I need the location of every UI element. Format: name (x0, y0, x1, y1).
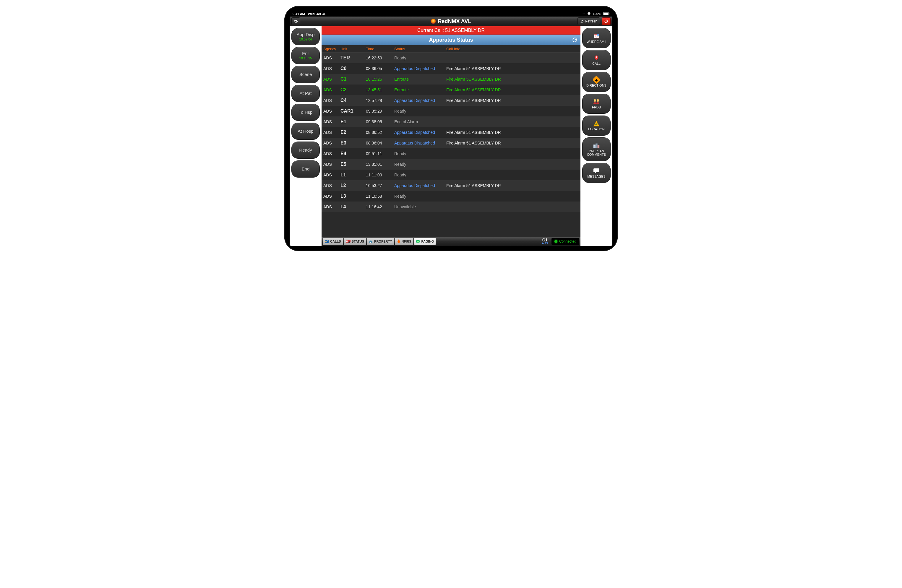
power-button[interactable] (602, 17, 611, 25)
cell-callinfo: Fire Alarm 51 ASSEMBLY DR (446, 98, 579, 103)
cell-status: Ready (394, 162, 446, 167)
cell-agency: ADS (323, 141, 340, 145)
cell-status: Apparatus Dispatched (394, 183, 446, 188)
table-body[interactable]: ADSTER16:22:50ReadyADSC008:36:05Apparatu… (321, 53, 581, 237)
action-button-label: DIRECTIONS (586, 84, 606, 88)
cell-unit: E4 (340, 151, 366, 156)
status-button-scene[interactable]: Scene (291, 66, 320, 83)
cell-time: 11:10:58 (366, 194, 394, 199)
action-button-frds[interactable]: FRDS (582, 94, 611, 114)
action-button-location[interactable]: 911LOCATION (582, 116, 611, 136)
table-row[interactable]: ADSC008:36:05Apparatus DispatchedFire Al… (321, 63, 581, 74)
table-row[interactable]: ADSL311:10:58Ready (321, 191, 581, 202)
cell-agency: ADS (323, 162, 340, 167)
table-row[interactable]: ADSE109:38:05End of Alarm (321, 116, 581, 127)
apparatus-table: Agency Unit Time Status Call Info ADSTER… (321, 45, 581, 237)
paging-tab-icon (416, 239, 420, 243)
cell-unit: C2 (340, 87, 366, 92)
action-button-label: FRDS (592, 106, 601, 109)
cell-unit: E2 (340, 130, 366, 135)
action-button-call[interactable]: CALL (582, 50, 611, 70)
nfirs-tab-icon (397, 239, 401, 244)
power-icon (604, 19, 608, 23)
table-row[interactable]: ADSTER16:22:50Ready (321, 53, 581, 63)
table-row[interactable]: ADSL210:53:27Apparatus DispatchedFire Al… (321, 180, 581, 191)
tab-status[interactable]: STATUS (344, 238, 366, 245)
svg-rect-27 (596, 144, 597, 145)
cell-agency: ADS (323, 98, 340, 103)
table-row[interactable]: ADSE208:36:52Apparatus DispatchedFire Al… (321, 127, 581, 138)
svg-rect-2 (603, 13, 608, 15)
tab-property[interactable]: PROPERTY (367, 238, 394, 245)
action-button-messages[interactable]: MESSAGES (582, 163, 611, 183)
panel-header: Apparatus Status (321, 34, 581, 45)
table-row[interactable]: ADSCAR109:35:29Ready (321, 106, 581, 116)
cell-unit: L2 (340, 183, 366, 188)
preplan-comments-icon (593, 142, 600, 149)
svg-point-0 (589, 15, 589, 16)
refresh-button[interactable]: Refresh (578, 17, 600, 25)
battery-percent: 100% (593, 12, 601, 16)
cell-agency: ADS (323, 194, 340, 199)
status-button-ready[interactable]: Ready (291, 142, 320, 159)
status-button-app-disp[interactable]: App Disp10:02:04 (291, 28, 320, 45)
status-button-at-hosp[interactable]: At Hosp (291, 123, 320, 140)
status-button-label: At Hosp (298, 129, 313, 134)
status-button-to-hsp[interactable]: To Hsp (291, 104, 320, 121)
svg-rect-28 (597, 144, 597, 145)
action-button-directions[interactable]: DIRECTIONS (582, 72, 611, 92)
status-button-enr[interactable]: Enr10:15:25 (291, 47, 320, 64)
clock: 9:41 AM (293, 12, 305, 16)
cell-time: 08:36:52 (366, 130, 394, 135)
cell-status: Enroute (394, 77, 446, 81)
action-button-label: CALL (592, 62, 601, 66)
settings-button[interactable] (291, 17, 300, 25)
cell-status: Enroute (394, 88, 446, 92)
status-button-time: 10:02:04 (299, 38, 312, 41)
table-row[interactable]: ADSC110:15:25EnrouteFire Alarm 51 ASSEMB… (321, 74, 581, 84)
cell-status: Ready (394, 194, 446, 199)
right-action-buttons: WHERE AM ICALLDIRECTIONSFRDS911LOCATIONP… (581, 26, 612, 246)
cell-agency: ADS (323, 205, 340, 209)
panel-title: Apparatus Status (429, 37, 473, 43)
svg-rect-11 (370, 242, 371, 243)
table-row[interactable]: ADSL411:16:42Unavailable (321, 202, 581, 212)
svg-rect-22 (594, 145, 595, 148)
tab-nfirs[interactable]: NFIRS (395, 238, 413, 245)
action-button-where-am-i[interactable]: WHERE AM I (582, 28, 611, 48)
cell-time: 11:16:42 (366, 205, 394, 209)
panel-refresh-icon[interactable] (572, 37, 578, 42)
bottom-bar: CALLSSTATUSPROPERTYNFIRSPAGING C1 ADS Co… (321, 237, 581, 246)
cell-time: 13:45:51 (366, 88, 394, 92)
cell-time: 08:36:04 (366, 141, 394, 145)
calls-tab-icon (325, 239, 329, 243)
refresh-icon (580, 19, 584, 23)
status-button-time: 10:15:25 (299, 56, 312, 60)
table-row[interactable]: ADSC412:57:28Apparatus DispatchedFire Al… (321, 95, 581, 106)
tab-calls[interactable]: CALLS (323, 238, 343, 245)
status-button-label: At Pat (300, 91, 312, 96)
table-row[interactable]: ADSE513:35:01Ready (321, 159, 581, 170)
cell-time: 11:11:00 (366, 172, 394, 177)
tab-paging[interactable]: PAGING (414, 238, 436, 245)
table-row[interactable]: ADSE308:36:04Apparatus DispatchedFire Al… (321, 138, 581, 149)
current-unit: C1 (542, 238, 548, 242)
cell-agency: ADS (323, 66, 340, 71)
status-button-end[interactable]: End (291, 160, 320, 178)
frds-icon (593, 98, 600, 105)
messages-icon (593, 167, 600, 174)
svg-point-20 (597, 99, 599, 102)
battery-icon (603, 13, 609, 16)
table-row[interactable]: ADSE409:51:11Ready (321, 149, 581, 159)
cell-unit: L4 (340, 204, 366, 210)
connection-label: Connected (559, 239, 576, 244)
cell-time: 12:57:28 (366, 98, 394, 103)
cell-status: Apparatus Dispatched (394, 130, 446, 135)
action-button-preplan-comments[interactable]: PREPLAN COMMENTS (582, 138, 611, 161)
table-row[interactable]: ADSC213:45:51EnrouteFire Alarm 51 ASSEMB… (321, 84, 581, 95)
cell-unit: TER (340, 55, 366, 61)
svg-rect-29 (594, 169, 599, 172)
table-row[interactable]: ADSL111:11:00Ready (321, 170, 581, 180)
status-button-at-pat[interactable]: At Pat (291, 85, 320, 102)
current-unit-indicator[interactable]: C1 ADS (542, 238, 548, 245)
